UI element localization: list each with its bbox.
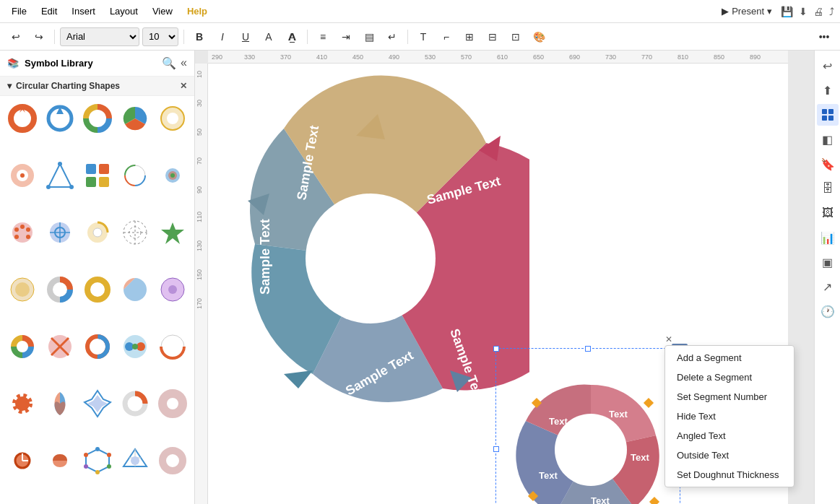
sidebar-search-icon[interactable]: 🔍 <box>162 56 176 70</box>
align-left-button[interactable]: ≡ <box>313 27 333 46</box>
shape-item[interactable] <box>81 387 114 420</box>
context-menu-set-segment-number[interactable]: Set Segment Number <box>665 387 794 407</box>
right-icon-layers[interactable]: ◧ <box>817 129 839 150</box>
present-label: Present <box>732 6 764 17</box>
wrap-button[interactable]: ↵ <box>382 27 402 46</box>
shape-item[interactable] <box>118 102 152 135</box>
shape-item[interactable] <box>118 273 152 306</box>
shape-item[interactable] <box>43 387 77 420</box>
connector-button[interactable]: ⌐ <box>436 27 456 46</box>
distribute-button[interactable]: ⊟ <box>482 27 503 46</box>
context-menu-outside-text[interactable]: Outside Text <box>665 446 794 465</box>
shape-item[interactable] <box>156 273 189 306</box>
toolbar-separator-2 <box>183 30 184 44</box>
menu-insert[interactable]: Insert <box>66 3 101 19</box>
underline-button[interactable]: U <box>235 27 256 46</box>
redo-button[interactable]: ↪ <box>29 27 49 46</box>
text-style-button[interactable]: T <box>413 27 433 46</box>
font-family-select[interactable]: Arial Times New Roman Helvetica <box>60 27 139 46</box>
shape-item[interactable] <box>6 444 39 477</box>
menu-help[interactable]: Help <box>181 3 213 19</box>
shape-item[interactable] <box>43 216 77 249</box>
right-icon-bookmark[interactable]: 🔖 <box>817 153 839 175</box>
category-close-button[interactable]: ✕ <box>180 81 187 91</box>
text-direction-button[interactable]: ⇥ <box>336 27 356 46</box>
shape-item[interactable] <box>43 444 77 477</box>
shape-item[interactable] <box>118 330 152 363</box>
right-icon-pointer[interactable]: ↩ <box>817 55 839 77</box>
shape-item[interactable] <box>81 273 114 306</box>
right-icon-connector[interactable]: ↗ <box>817 276 839 297</box>
present-button[interactable]: ▶ Present ▾ <box>722 6 772 17</box>
context-menu-hide-text[interactable]: Hide Text <box>665 407 794 426</box>
shape-item[interactable] <box>6 330 39 363</box>
shape-item[interactable] <box>156 444 189 477</box>
right-icon-import[interactable]: ⬆ <box>817 79 839 101</box>
sidebar-collapse-icon[interactable]: « <box>181 56 187 70</box>
undo-button[interactable]: ↩ <box>6 27 26 46</box>
font-color-button[interactable]: A <box>259 27 279 46</box>
shape-item[interactable] <box>43 159 77 192</box>
shape-item[interactable] <box>156 159 189 192</box>
svg-point-105 <box>306 194 436 323</box>
print-icon[interactable]: 🖨 <box>813 6 823 17</box>
context-menu-angled-text[interactable]: Angled Text <box>665 426 794 446</box>
shape-item[interactable] <box>156 102 189 135</box>
svg-point-68 <box>107 453 111 457</box>
italic-button[interactable]: I <box>212 27 233 46</box>
shape-item[interactable] <box>43 330 77 363</box>
shape-item[interactable] <box>81 159 114 192</box>
context-menu-set-doughnut-thickness[interactable]: Set Doughnut Thickness <box>665 465 794 485</box>
text-shadow-button[interactable]: A̲ <box>282 27 302 46</box>
svg-marker-38 <box>161 222 184 244</box>
category-expand-icon[interactable]: ▾ <box>7 81 12 91</box>
group-button[interactable]: ⊡ <box>506 27 526 46</box>
svg-point-9 <box>58 162 62 166</box>
svg-text:370: 370 <box>280 53 291 61</box>
right-icon-grid[interactable] <box>817 104 839 126</box>
shape-item[interactable] <box>81 102 114 135</box>
position-button[interactable]: ⊞ <box>459 27 480 46</box>
align-button[interactable]: ▤ <box>359 27 379 46</box>
shape-item[interactable] <box>81 444 114 477</box>
svg-text:70: 70 <box>196 157 203 165</box>
selection-dismiss-button[interactable]: ✕ <box>665 334 672 344</box>
svg-point-28 <box>14 235 19 239</box>
shape-item[interactable] <box>118 444 152 477</box>
share-icon[interactable]: ⤴ <box>829 6 834 17</box>
more-options-button[interactable]: ••• <box>814 27 834 46</box>
svg-text:110: 110 <box>196 212 203 222</box>
shape-item[interactable] <box>156 330 189 363</box>
shape-item[interactable] <box>81 330 114 363</box>
shape-item[interactable] <box>156 387 189 420</box>
menu-file[interactable]: File <box>6 3 33 19</box>
right-icon-chart[interactable]: 📊 <box>817 227 839 248</box>
download-icon[interactable]: ⬇ <box>799 6 807 17</box>
menu-layout[interactable]: Layout <box>104 3 144 19</box>
font-size-select[interactable]: 810121416 <box>142 27 178 46</box>
shape-item[interactable] <box>6 387 39 420</box>
shape-item[interactable] <box>156 216 189 249</box>
context-menu-delete-segment[interactable]: Delete a Segment <box>665 368 794 387</box>
svg-rect-128 <box>828 116 833 121</box>
shape-item[interactable] <box>43 273 77 306</box>
shape-item[interactable] <box>118 159 152 192</box>
right-icon-database[interactable]: 🗄 <box>817 178 839 199</box>
bold-button[interactable]: B <box>189 27 209 46</box>
shape-item[interactable] <box>81 216 114 249</box>
shape-item[interactable] <box>43 102 77 135</box>
shape-item[interactable] <box>118 387 152 420</box>
fill-button[interactable]: 🎨 <box>529 27 549 46</box>
shape-item[interactable] <box>118 216 152 249</box>
shape-item[interactable] <box>6 159 39 192</box>
right-icon-square[interactable]: ▣ <box>817 251 839 273</box>
shape-item[interactable] <box>6 216 39 249</box>
menu-edit[interactable]: Edit <box>35 3 63 19</box>
save-icon[interactable]: 💾 <box>781 6 793 17</box>
context-menu-add-segment[interactable]: Add a Segment <box>665 348 794 368</box>
right-icon-image[interactable]: 🖼 <box>817 202 839 224</box>
menu-view[interactable]: View <box>147 3 178 19</box>
shape-item[interactable] <box>6 273 39 306</box>
right-icon-history[interactable]: 🕐 <box>817 300 839 322</box>
shape-item[interactable] <box>6 102 39 135</box>
